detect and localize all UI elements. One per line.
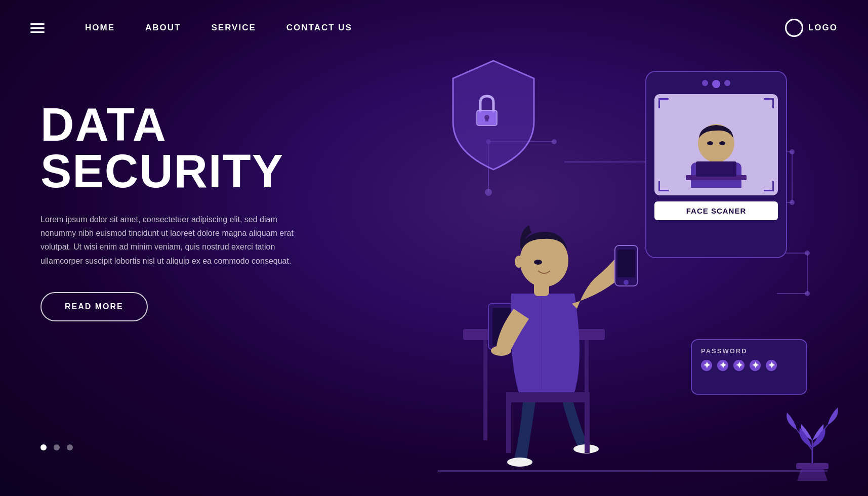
hero-content: DATA SECURITY Lorem ipsum dolor sit amet… bbox=[40, 101, 314, 321]
hamburger-menu[interactable] bbox=[30, 23, 45, 33]
face-scan-box bbox=[654, 94, 778, 195]
svg-point-49 bbox=[719, 141, 725, 145]
pw-dot-2: ✦ bbox=[717, 360, 728, 371]
svg-point-40 bbox=[515, 256, 523, 268]
dot-2[interactable] bbox=[54, 444, 60, 450]
svg-point-21 bbox=[805, 291, 810, 296]
page: HOME ABOUT SERVICE CONTACT US LOGO DATA … bbox=[0, 0, 868, 496]
svg-point-37 bbox=[491, 346, 511, 356]
phone-camera-area bbox=[654, 80, 778, 88]
svg-point-18 bbox=[790, 149, 795, 154]
hero-description: Lorem ipsum dolor sit amet, consectetuer… bbox=[40, 213, 294, 268]
svg-point-48 bbox=[707, 141, 713, 145]
svg-point-36 bbox=[624, 280, 629, 285]
password-label: PASSWORD bbox=[701, 347, 797, 355]
nav-about[interactable]: ABOUT bbox=[145, 23, 181, 33]
camera-dot-main bbox=[712, 80, 720, 88]
pw-dot-1: ✦ bbox=[701, 360, 712, 371]
hero-title: DATA SECURITY bbox=[40, 101, 314, 194]
face-scanner-panel: FACE SCANER bbox=[645, 71, 787, 258]
password-dots: ✦ ✦ ✦ ✦ ✦ bbox=[701, 360, 797, 371]
nav-home[interactable]: HOME bbox=[85, 23, 115, 33]
svg-rect-43 bbox=[585, 392, 590, 453]
svg-point-20 bbox=[805, 251, 810, 256]
svg-rect-51 bbox=[696, 161, 736, 177]
svg-point-41 bbox=[534, 260, 542, 265]
pw-dot-3: ✦ bbox=[733, 360, 745, 371]
svg-point-19 bbox=[790, 200, 795, 205]
scan-corner-tl bbox=[658, 98, 669, 108]
svg-rect-52 bbox=[796, 463, 829, 469]
pw-dot-5: ✦ bbox=[766, 360, 777, 371]
illustration-area: FACE SCANER PASSWORD ✦ ✦ ✦ ✦ ✦ bbox=[311, 0, 868, 496]
scan-corner-tr bbox=[764, 98, 774, 108]
dot-1[interactable] bbox=[40, 444, 47, 450]
svg-rect-26 bbox=[483, 339, 487, 440]
floor-line bbox=[438, 470, 828, 472]
scan-corner-bl bbox=[658, 181, 669, 191]
scan-corner-br bbox=[764, 181, 774, 191]
camera-dot-2 bbox=[724, 80, 730, 86]
face-scan-person bbox=[681, 102, 752, 188]
dot-3[interactable] bbox=[67, 444, 73, 450]
carousel-dots bbox=[40, 444, 73, 450]
svg-rect-42 bbox=[506, 392, 587, 402]
person-desk-illustration bbox=[412, 116, 666, 481]
read-more-button[interactable]: READ MORE bbox=[40, 292, 148, 321]
camera-dot-1 bbox=[702, 80, 708, 86]
svg-rect-44 bbox=[506, 392, 511, 453]
pw-dot-4: ✦ bbox=[750, 360, 761, 371]
nav-service[interactable]: SERVICE bbox=[211, 23, 256, 33]
password-panel: PASSWORD ✦ ✦ ✦ ✦ ✦ bbox=[691, 339, 807, 395]
face-scanner-label: FACE SCANER bbox=[654, 201, 778, 220]
svg-point-31 bbox=[507, 458, 532, 467]
svg-rect-35 bbox=[617, 250, 635, 277]
plant-decoration bbox=[782, 390, 843, 481]
